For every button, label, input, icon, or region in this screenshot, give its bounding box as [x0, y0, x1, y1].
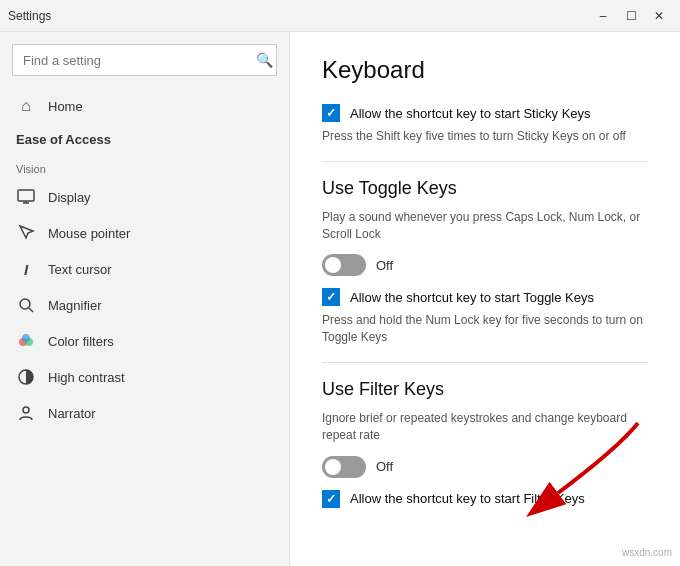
- sidebar-item-label-mouse: Mouse pointer: [48, 226, 130, 241]
- filter-keys-title: Use Filter Keys: [322, 379, 648, 400]
- sidebar-item-label-high-contrast: High contrast: [48, 370, 125, 385]
- watermark: wsxdn.com: [622, 547, 672, 558]
- toggle-keys-section: Use Toggle Keys Play a sound whenever yo…: [322, 178, 648, 346]
- filter-keys-checkbox-label: Allow the shortcut key to start Filter K…: [350, 491, 585, 506]
- sidebar-item-display[interactable]: Display: [0, 179, 289, 215]
- minimize-button[interactable]: –: [590, 4, 616, 28]
- search-input[interactable]: [12, 44, 277, 76]
- toggle-keys-toggle-row: Off: [322, 254, 648, 276]
- toggle-keys-title: Use Toggle Keys: [322, 178, 648, 199]
- high-contrast-icon: [16, 367, 36, 387]
- sidebar-item-high-contrast[interactable]: High contrast: [0, 359, 289, 395]
- svg-line-4: [29, 308, 33, 312]
- sidebar-main-heading: Ease of Access: [0, 124, 289, 151]
- sidebar-item-label-magnifier: Magnifier: [48, 298, 101, 313]
- close-button[interactable]: ✕: [646, 4, 672, 28]
- sidebar-item-label-text-cursor: Text cursor: [48, 262, 112, 277]
- sidebar-item-text-cursor[interactable]: I Text cursor: [0, 251, 289, 287]
- filter-toggle-knob: [325, 459, 341, 475]
- text-cursor-icon: I: [16, 259, 36, 279]
- toggle-keys-description2: Press and hold the Num Lock key for five…: [322, 312, 648, 346]
- narrator-icon: [16, 403, 36, 423]
- sidebar-item-label-display: Display: [48, 190, 91, 205]
- page-title: Keyboard: [322, 56, 648, 84]
- app-title: Settings: [8, 9, 51, 23]
- vision-section-label: Vision: [0, 151, 289, 179]
- search-container: 🔍: [12, 44, 277, 76]
- svg-point-3: [20, 299, 30, 309]
- toggle-keys-checkbox-label: Allow the shortcut key to start Toggle K…: [350, 290, 594, 305]
- sticky-keys-label: Allow the shortcut key to start Sticky K…: [350, 106, 591, 121]
- checkmark-icon-2: ✓: [326, 290, 336, 304]
- toggle-keys-toggle[interactable]: [322, 254, 366, 276]
- filter-keys-toggle[interactable]: [322, 456, 366, 478]
- filter-keys-checkbox[interactable]: ✓: [322, 490, 340, 508]
- filter-keys-checkbox-row: ✓ Allow the shortcut key to start Filter…: [322, 490, 648, 508]
- svg-point-7: [22, 334, 30, 342]
- sticky-keys-section: ✓ Allow the shortcut key to start Sticky…: [322, 104, 648, 145]
- filter-keys-off-label: Off: [376, 459, 393, 474]
- sticky-keys-description: Press the Shift key five times to turn S…: [322, 128, 648, 145]
- main-content: Keyboard ✓ Allow the shortcut key to sta…: [290, 32, 680, 566]
- toggle-keys-checkbox-row: ✓ Allow the shortcut key to start Toggle…: [322, 288, 648, 306]
- mouse-pointer-icon: [16, 223, 36, 243]
- toggle-knob: [325, 257, 341, 273]
- home-icon: ⌂: [16, 96, 36, 116]
- app-body: 🔍 ⌂ Home Ease of Access Vision Display: [0, 32, 680, 566]
- magnifier-icon: [16, 295, 36, 315]
- filter-keys-description1: Ignore brief or repeated keystrokes and …: [322, 410, 648, 444]
- sidebar-item-mouse-pointer[interactable]: Mouse pointer: [0, 215, 289, 251]
- toggle-keys-description1: Play a sound whenever you press Caps Loc…: [322, 209, 648, 243]
- maximize-button[interactable]: ☐: [618, 4, 644, 28]
- svg-rect-0: [18, 190, 34, 201]
- sidebar-item-home[interactable]: ⌂ Home: [0, 88, 289, 124]
- svg-point-9: [23, 407, 29, 413]
- sticky-keys-checkbox-row: ✓ Allow the shortcut key to start Sticky…: [322, 104, 648, 122]
- sidebar-item-label-narrator: Narrator: [48, 406, 96, 421]
- sticky-keys-checkbox[interactable]: ✓: [322, 104, 340, 122]
- sidebar-item-label-home: Home: [48, 99, 83, 114]
- divider-2: [322, 362, 648, 363]
- sidebar-item-color-filters[interactable]: Color filters: [0, 323, 289, 359]
- divider-1: [322, 161, 648, 162]
- filter-keys-toggle-row: Off: [322, 456, 648, 478]
- window-controls: – ☐ ✕: [590, 4, 672, 28]
- title-bar: Settings – ☐ ✕: [0, 0, 680, 32]
- filter-keys-section: Use Filter Keys Ignore brief or repeated…: [322, 379, 648, 508]
- toggle-keys-checkbox[interactable]: ✓: [322, 288, 340, 306]
- sidebar-item-narrator[interactable]: Narrator: [0, 395, 289, 431]
- sidebar-item-label-color-filters: Color filters: [48, 334, 114, 349]
- toggle-keys-off-label: Off: [376, 258, 393, 273]
- color-filters-icon: [16, 331, 36, 351]
- sidebar-item-magnifier[interactable]: Magnifier: [0, 287, 289, 323]
- search-icon[interactable]: 🔍: [256, 52, 273, 68]
- checkmark-icon: ✓: [326, 106, 336, 120]
- sidebar: 🔍 ⌂ Home Ease of Access Vision Display: [0, 32, 290, 566]
- display-icon: [16, 187, 36, 207]
- checkmark-icon-3: ✓: [326, 492, 336, 506]
